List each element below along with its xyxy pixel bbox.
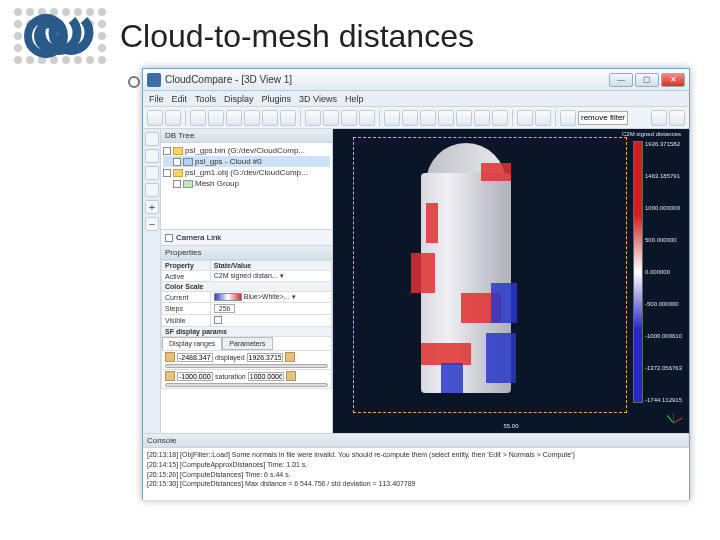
properties-title: Properties xyxy=(161,246,332,260)
prop-label: Current xyxy=(162,292,211,303)
tree-row[interactable]: psl_gm1.obj (G:/dev/CloudComp... xyxy=(163,167,330,178)
view-top-button[interactable] xyxy=(190,110,206,126)
visible-checkbox[interactable] xyxy=(210,315,331,327)
console-output[interactable]: [20:13:18] [ObjFilter::Load] Some normal… xyxy=(143,448,689,500)
steps-stepper[interactable]: 256 xyxy=(210,303,331,315)
plus-icon[interactable]: + xyxy=(145,200,159,214)
console-line: [20:13:18] [ObjFilter::Load] Some normal… xyxy=(147,450,685,460)
pick-button[interactable] xyxy=(305,110,321,126)
clone-button[interactable] xyxy=(384,110,400,126)
tree-row[interactable]: psl_gps - Cloud #0 xyxy=(163,156,330,167)
scale-bar xyxy=(633,141,643,403)
svg-point-11 xyxy=(98,20,106,28)
menu-plugins[interactable]: Plugins xyxy=(262,94,292,104)
menu-file[interactable]: File xyxy=(149,94,164,104)
minus-icon[interactable]: − xyxy=(145,217,159,231)
tab-parameters[interactable]: Parameters xyxy=(222,337,272,350)
maximize-button[interactable]: ▢ xyxy=(635,73,659,87)
tree-label: Mesh Group xyxy=(195,179,239,188)
open-button[interactable] xyxy=(147,110,163,126)
sat-slider[interactable] xyxy=(165,383,328,387)
camera-link-label: Camera Link xyxy=(176,233,221,242)
menu-3dviews[interactable]: 3D Views xyxy=(299,94,337,104)
render-area xyxy=(351,135,629,415)
view-front-button[interactable] xyxy=(208,110,224,126)
stats-button[interactable] xyxy=(492,110,508,126)
svg-point-5 xyxy=(74,8,82,16)
cube-icon xyxy=(165,352,175,362)
merge-button[interactable] xyxy=(402,110,418,126)
svg-point-1 xyxy=(26,8,34,16)
checkbox-icon[interactable] xyxy=(173,180,181,188)
register-button[interactable] xyxy=(456,110,472,126)
cube-icon xyxy=(286,371,296,381)
checkbox-icon[interactable] xyxy=(163,169,171,177)
view-side-button[interactable] xyxy=(226,110,242,126)
tree-row[interactable]: Mesh Group xyxy=(163,178,330,189)
addsf-button[interactable] xyxy=(535,110,551,126)
svg-point-22 xyxy=(86,56,94,64)
prop-value[interactable]: C2M signed distan... ▾ xyxy=(210,271,331,282)
app-icon xyxy=(147,73,161,87)
menu-help[interactable]: Help xyxy=(345,94,364,104)
tab-display-ranges[interactable]: Display ranges xyxy=(162,337,222,350)
svg-point-7 xyxy=(98,8,106,16)
prop-header: Property xyxy=(162,261,211,271)
3d-viewport[interactable]: C2M signed distances xyxy=(333,129,689,433)
distance-button[interactable] xyxy=(474,110,490,126)
checkbox-icon[interactable] xyxy=(173,158,181,166)
prop-value[interactable]: Blue>White>... ▾ xyxy=(210,292,331,303)
range-slider[interactable] xyxy=(165,364,328,368)
tree-row[interactable]: psl_gps.bin (G:/dev/CloudComp... xyxy=(163,145,330,156)
console-title: Console xyxy=(143,434,689,448)
titlebar: CloudCompare - [3D View 1] — ▢ ✕ xyxy=(143,69,689,91)
checkbox-icon[interactable] xyxy=(163,147,171,155)
console-panel: Console [20:13:18] [ObjFilter::Load] Som… xyxy=(143,433,689,499)
refresh-button[interactable] xyxy=(280,110,296,126)
cloud-icon xyxy=(183,158,193,166)
ruler-button[interactable] xyxy=(323,110,339,126)
menu-edit[interactable]: Edit xyxy=(172,94,188,104)
filter-button[interactable] xyxy=(560,110,576,126)
tree-label: psl_gm1.obj (G:/dev/CloudComp... xyxy=(185,168,308,177)
close-button[interactable]: ✕ xyxy=(661,73,685,87)
db-tree[interactable]: psl_gps.bin (G:/dev/CloudComp... psl_gps… xyxy=(161,143,332,229)
menu-tools[interactable]: Tools xyxy=(195,94,216,104)
svg-point-13 xyxy=(98,32,106,40)
mesh-icon xyxy=(183,180,193,188)
settings-button[interactable] xyxy=(669,110,685,126)
folder-icon xyxy=(173,147,183,155)
range-low-input[interactable] xyxy=(177,353,213,362)
menu-display[interactable]: Display xyxy=(224,94,254,104)
save-button[interactable] xyxy=(165,110,181,126)
subsample-button[interactable] xyxy=(438,110,454,126)
sf-button[interactable] xyxy=(517,110,533,126)
prop-label: Steps xyxy=(162,303,211,315)
properties-panel: PropertyState/Value ActiveC2M signed dis… xyxy=(161,260,332,433)
prop-label: Visible xyxy=(162,315,211,327)
light-button[interactable] xyxy=(145,132,159,146)
console-line: [20:15:30] [ComputeDistances] Max distan… xyxy=(147,479,685,489)
slide-logo xyxy=(12,6,110,68)
sat-low-input[interactable] xyxy=(177,372,213,381)
points-button[interactable] xyxy=(145,166,159,180)
delete-button[interactable] xyxy=(420,110,436,126)
svg-point-15 xyxy=(98,44,106,52)
center-button[interactable] xyxy=(262,110,278,126)
camera-link-checkbox[interactable] xyxy=(165,234,173,242)
color-button[interactable] xyxy=(341,110,357,126)
scalebutton[interactable] xyxy=(145,183,159,197)
left-toolbar: + − xyxy=(143,129,161,433)
svg-point-12 xyxy=(14,32,22,40)
minimize-button[interactable]: — xyxy=(609,73,633,87)
filter-select[interactable]: remove filter xyxy=(578,111,628,125)
sat-high-input[interactable] xyxy=(248,372,284,381)
console-line: [20:14:15] [ComputeApproxDistances] Time… xyxy=(147,460,685,470)
svg-point-0 xyxy=(14,8,22,16)
tool-button[interactable] xyxy=(359,110,375,126)
range-high-input[interactable] xyxy=(247,353,283,362)
wireframe-button[interactable] xyxy=(145,149,159,163)
view-iso-button[interactable] xyxy=(244,110,260,126)
camera-button[interactable] xyxy=(651,110,667,126)
folder-icon xyxy=(173,169,183,177)
